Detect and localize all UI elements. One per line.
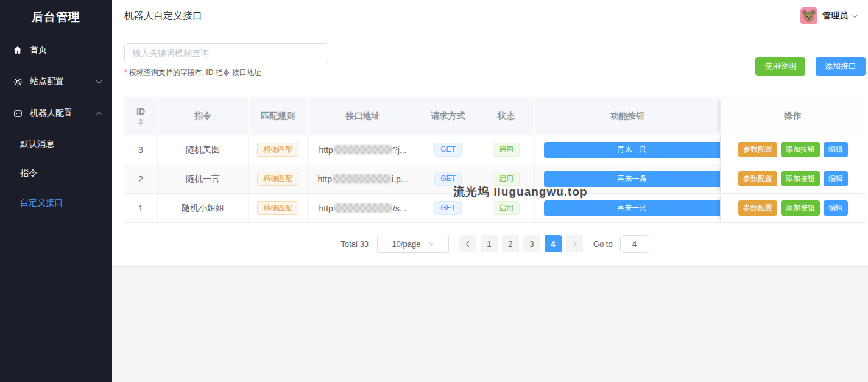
param-config-button[interactable]: 参数配置 [738, 171, 777, 186]
search-hint-text: 模糊查询支持的字段有: ID 指令 接口地址 [129, 68, 261, 77]
chevron-up-icon [96, 111, 102, 118]
cell-status: 启用 [478, 135, 535, 164]
cell-match-rule: 精确匹配 [249, 194, 308, 223]
column-header-actions: 操作 [721, 97, 866, 135]
goto-label: Go to [593, 239, 613, 249]
cell-match-rule: 精确匹配 [249, 164, 308, 194]
edit-button[interactable]: 编辑 [824, 200, 848, 216]
edit-button[interactable]: 编辑 [824, 171, 848, 186]
gear-icon [12, 76, 23, 87]
cell-func-button: 再来一条 [535, 164, 721, 194]
usage-guide-button[interactable]: 使用说明 [755, 57, 805, 76]
cell-id: 1 [124, 194, 158, 223]
cell-id: 2 [124, 164, 158, 194]
content-card: *模糊查询支持的字段有: ID 指令 接口地址 使用说明 添加接口 ID 指令 … [112, 32, 868, 266]
robot-icon [12, 108, 23, 119]
cell-api-url: httpi.p... [308, 164, 418, 194]
param-config-button[interactable]: 参数配置 [738, 142, 777, 157]
redacted-url-blur [333, 174, 391, 183]
cell-actions: 参数配置 添加按钮 编辑 [721, 164, 866, 194]
method-tag: GET [434, 201, 462, 215]
add-button-button[interactable]: 添加按钮 [781, 142, 820, 157]
page-button-2[interactable]: 2 [502, 235, 519, 252]
cell-id: 3 [124, 135, 158, 164]
pagination-total: Total 33 [340, 239, 369, 249]
search-block: *模糊查询支持的字段有: ID 指令 接口地址 [124, 43, 328, 78]
cell-method: GET [418, 164, 478, 194]
page-button-3[interactable]: 3 [523, 235, 540, 252]
sidebar-item-site-config[interactable]: 站点配置 [0, 66, 112, 97]
redacted-url-blur [334, 203, 392, 213]
main-area: 机器人自定义接口 管理员 *模糊查询支持的字段有: ID 指令 接口地址 使用 [112, 0, 868, 382]
search-hint: *模糊查询支持的字段有: ID 指令 接口地址 [124, 68, 328, 78]
sidebar-submenu: 默认消息 指令 自定义接口 [0, 129, 112, 217]
search-input[interactable] [124, 43, 328, 62]
status-badge: 启用 [493, 172, 520, 186]
add-button-button[interactable]: 添加按钮 [781, 200, 820, 216]
app-root: 后台管理 首页 站点配置 机器人配置 [0, 0, 868, 382]
cell-api-url: http/s... [308, 194, 418, 223]
chevron-down-icon [96, 78, 102, 84]
column-header-api-url: 接口地址 [308, 97, 418, 135]
edit-button[interactable]: 编辑 [824, 142, 848, 157]
chevron-left-icon [465, 241, 471, 247]
sidebar-item-command[interactable]: 指令 [0, 158, 112, 188]
user-menu[interactable]: 管理员 [800, 7, 857, 24]
match-rule-tag: 精确匹配 [257, 201, 298, 215]
column-header-status: 状态 [478, 97, 535, 135]
sidebar-item-robot-config[interactable]: 机器人配置 [0, 97, 112, 129]
table-header-row: ID 指令 匹配规则 接口地址 请求方式 状态 功能按钮 操作 [124, 97, 866, 135]
chevron-right-icon [570, 241, 576, 247]
column-header-id: ID [124, 97, 158, 135]
page-size-select[interactable]: 10/page [377, 235, 449, 253]
func-preview-button[interactable]: 再来一只 [544, 200, 720, 216]
api-table: ID 指令 匹配规则 接口地址 请求方式 状态 功能按钮 操作 3 随机美图 [124, 97, 866, 223]
table-row: 3 随机美图 精确匹配 http?j... GET 启用 再来一只 参数配置 添… [124, 135, 866, 164]
toolbar-buttons: 使用说明 添加接口 [755, 43, 866, 78]
table-row: 1 随机小姐姐 精确匹配 http/s... GET 启用 再来一只 参数配置 … [124, 194, 866, 223]
cell-command: 随机美图 [158, 135, 249, 164]
cell-match-rule: 精确匹配 [249, 135, 308, 164]
sidebar-item-label: 站点配置 [30, 76, 97, 87]
page-button-1[interactable]: 1 [481, 235, 498, 252]
cell-func-button: 再来一只 [535, 135, 721, 164]
sidebar-item-default-message[interactable]: 默认消息 [0, 129, 112, 158]
chevron-down-icon [429, 241, 434, 246]
cell-method: GET [418, 194, 478, 223]
page-button-4-active[interactable]: 4 [545, 235, 562, 252]
func-preview-button[interactable]: 再来一只 [544, 142, 720, 158]
cell-actions: 参数配置 添加按钮 编辑 [721, 135, 866, 164]
page-title: 机器人自定义接口 [124, 10, 202, 23]
required-asterisk: * [124, 68, 127, 77]
prev-page-button[interactable] [459, 235, 476, 252]
cell-command: 随机小姐姐 [158, 194, 249, 223]
add-button-button[interactable]: 添加按钮 [781, 171, 820, 186]
func-preview-button[interactable]: 再来一条 [544, 171, 720, 187]
cell-actions: 参数配置 添加按钮 编辑 [721, 194, 866, 223]
sidebar-title: 后台管理 [0, 0, 112, 34]
param-config-button[interactable]: 参数配置 [738, 200, 777, 216]
page-size-value: 10/page [392, 239, 420, 249]
goto-page-input[interactable] [620, 235, 649, 253]
sidebar-item-label: 机器人配置 [30, 108, 97, 119]
match-rule-tag: 精确匹配 [257, 143, 298, 157]
table-row: 2 随机一言 精确匹配 httpi.p... GET 启用 再来一条 参数配置 … [124, 164, 866, 194]
sort-caret-icon[interactable] [138, 118, 143, 126]
sidebar: 后台管理 首页 站点配置 机器人配置 [0, 0, 112, 382]
page-background [112, 266, 868, 382]
topbar: 机器人自定义接口 管理员 [112, 0, 868, 32]
cell-method: GET [418, 135, 478, 164]
match-rule-tag: 精确匹配 [257, 172, 298, 186]
cell-status: 启用 [478, 164, 535, 194]
sidebar-item-custom-api[interactable]: 自定义接口 [0, 188, 112, 217]
add-api-button[interactable]: 添加接口 [816, 57, 866, 76]
user-name: 管理员 [822, 10, 848, 21]
next-page-button[interactable] [566, 235, 583, 252]
cell-status: 启用 [478, 194, 535, 223]
cell-command: 随机一言 [158, 164, 249, 194]
sidebar-item-home[interactable]: 首页 [0, 34, 112, 66]
column-header-match-rule: 匹配规则 [249, 97, 308, 135]
avatar [800, 7, 817, 24]
cell-api-url: http?j... [308, 135, 418, 164]
home-icon [12, 44, 23, 55]
